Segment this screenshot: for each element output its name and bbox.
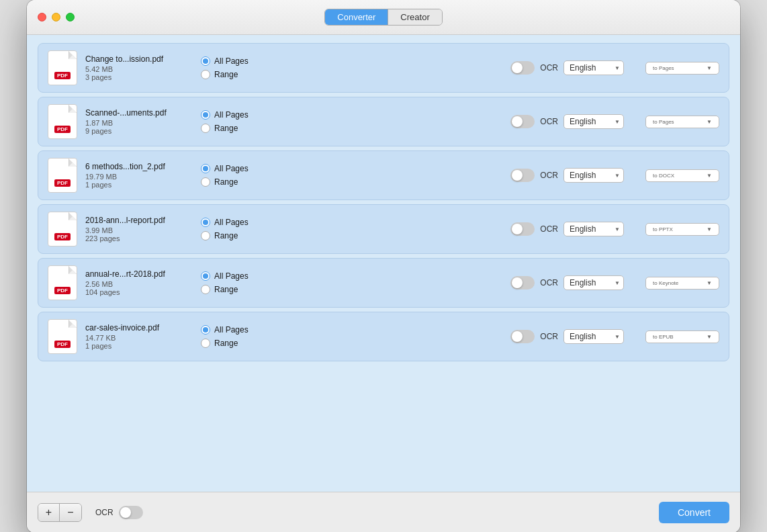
range-radio[interactable] bbox=[201, 339, 210, 348]
all-pages-radio[interactable] bbox=[201, 110, 210, 120]
ocr-section: OCR English French German Spanish Chines… bbox=[510, 275, 624, 290]
bottom-ocr-toggle[interactable] bbox=[119, 506, 143, 519]
language-select[interactable]: English French German Spanish Chinese Ja… bbox=[563, 275, 624, 290]
all-pages-radio[interactable] bbox=[201, 164, 210, 173]
ocr-toggle[interactable] bbox=[510, 330, 535, 343]
range-option[interactable]: Range bbox=[201, 70, 268, 79]
convert-to-wrapper: to DOCX ▼ bbox=[645, 169, 719, 182]
range-label: Range bbox=[214, 339, 238, 348]
pdf-icon: PDF bbox=[48, 319, 77, 354]
range-radio[interactable] bbox=[201, 231, 210, 240]
ocr-label: OCR bbox=[540, 117, 558, 126]
convert-to-arrow: ▼ bbox=[707, 226, 712, 232]
pdf-icon-fold bbox=[69, 159, 77, 167]
close-button[interactable] bbox=[38, 13, 46, 21]
ocr-toggle[interactable] bbox=[510, 61, 535, 75]
all-pages-option[interactable]: All Pages bbox=[201, 325, 268, 335]
language-select[interactable]: English French German Spanish Chinese Ja… bbox=[563, 114, 624, 129]
range-option[interactable]: Range bbox=[201, 231, 268, 240]
ocr-toggle[interactable] bbox=[510, 222, 535, 236]
convert-to-button[interactable]: to PPTX ▼ bbox=[645, 223, 719, 236]
pdf-text-label: PDF bbox=[54, 126, 71, 133]
file-pages: 104 pages bbox=[85, 288, 193, 296]
range-radio[interactable] bbox=[201, 70, 210, 79]
all-pages-option[interactable]: All Pages bbox=[201, 56, 268, 66]
ocr-knob bbox=[512, 224, 523, 234]
bottom-ocr-knob bbox=[120, 507, 131, 518]
convert-button[interactable]: Convert bbox=[659, 502, 729, 523]
ocr-knob bbox=[512, 331, 523, 342]
range-radio[interactable] bbox=[201, 177, 210, 187]
maximize-button[interactable] bbox=[66, 13, 75, 21]
bottom-ocr-section: OCR bbox=[95, 506, 143, 519]
file-name: Change to...ission.pdf bbox=[85, 54, 193, 64]
file-row: PDF 2018-ann...l-report.pdf 3.99 MB 223 … bbox=[38, 204, 729, 254]
convert-to-wrapper: to Pages ▼ bbox=[645, 116, 719, 128]
ocr-label: OCR bbox=[540, 278, 558, 287]
range-label: Range bbox=[214, 70, 238, 79]
bottom-bar: + − OCR Convert bbox=[27, 492, 740, 532]
language-wrapper: English French German Spanish Chinese Ja… bbox=[563, 168, 624, 183]
pdf-icon-body: PDF bbox=[48, 212, 77, 247]
file-pages: 9 pages bbox=[85, 127, 193, 135]
range-option[interactable]: Range bbox=[201, 124, 268, 133]
all-pages-radio[interactable] bbox=[201, 218, 210, 227]
range-radio[interactable] bbox=[201, 285, 210, 294]
pdf-text-label: PDF bbox=[54, 287, 71, 294]
tab-group: Converter Creator bbox=[324, 9, 442, 26]
all-pages-label: All Pages bbox=[214, 164, 249, 173]
bottom-ocr-label: OCR bbox=[95, 508, 114, 517]
range-option[interactable]: Range bbox=[201, 339, 268, 348]
all-pages-radio[interactable] bbox=[201, 56, 210, 66]
ocr-toggle[interactable] bbox=[510, 276, 535, 290]
convert-to-wrapper: to EPUB ▼ bbox=[645, 330, 719, 343]
language-select[interactable]: English French German Spanish Chinese Ja… bbox=[563, 168, 624, 183]
convert-to-wrapper: to PPTX ▼ bbox=[645, 223, 719, 236]
pdf-text-label: PDF bbox=[54, 341, 71, 348]
all-pages-label: All Pages bbox=[214, 218, 249, 227]
range-option[interactable]: Range bbox=[201, 285, 268, 294]
pdf-icon-fold bbox=[69, 320, 77, 328]
ocr-toggle[interactable] bbox=[510, 115, 535, 128]
minimize-button[interactable] bbox=[52, 13, 60, 21]
all-pages-option[interactable]: All Pages bbox=[201, 164, 268, 173]
all-pages-option[interactable]: All Pages bbox=[201, 271, 268, 281]
file-name: 6 methods...tion_2.pdf bbox=[85, 162, 193, 171]
range-radio[interactable] bbox=[201, 124, 210, 133]
convert-to-button[interactable]: to EPUB ▼ bbox=[645, 330, 719, 343]
convert-to-text: to Keynote bbox=[653, 280, 678, 286]
convert-to-button[interactable]: to Pages ▼ bbox=[645, 62, 719, 75]
language-select[interactable]: English French German Spanish Chinese Ja… bbox=[563, 222, 624, 236]
convert-to-button[interactable]: to DOCX ▼ bbox=[645, 169, 719, 182]
page-options: All Pages Range bbox=[201, 164, 268, 187]
add-file-button[interactable]: + bbox=[38, 504, 60, 521]
pdf-icon: PDF bbox=[48, 265, 77, 300]
all-pages-radio[interactable] bbox=[201, 325, 210, 335]
all-pages-radio[interactable] bbox=[201, 271, 210, 281]
tab-creator[interactable]: Creator bbox=[388, 9, 441, 25]
ocr-label: OCR bbox=[540, 63, 558, 73]
titlebar: Converter Creator bbox=[27, 0, 740, 35]
all-pages-option[interactable]: All Pages bbox=[201, 110, 268, 120]
file-name: car-sales-invoice.pdf bbox=[85, 323, 193, 332]
pdf-icon-body: PDF bbox=[48, 265, 77, 300]
file-row: PDF Scanned-...uments.pdf 1.87 MB 9 page… bbox=[38, 97, 729, 146]
language-select[interactable]: English French German Spanish Chinese Ja… bbox=[563, 329, 624, 344]
file-name: Scanned-...uments.pdf bbox=[85, 108, 193, 118]
ocr-section: OCR English French German Spanish Chines… bbox=[510, 114, 624, 129]
all-pages-option[interactable]: All Pages bbox=[201, 218, 268, 227]
pdf-icon-fold bbox=[69, 105, 77, 113]
convert-to-button[interactable]: to Keynote ▼ bbox=[645, 277, 719, 290]
range-option[interactable]: Range bbox=[201, 177, 268, 187]
language-wrapper: English French German Spanish Chinese Ja… bbox=[563, 275, 624, 290]
content-area: PDF Change to...ission.pdf 5.42 MB 3 pag… bbox=[27, 35, 740, 492]
pdf-text-label: PDF bbox=[54, 179, 71, 187]
file-row: PDF car-sales-invoice.pdf 14.77 KB 1 pag… bbox=[38, 312, 729, 361]
ocr-knob bbox=[512, 170, 523, 181]
language-select[interactable]: English French German Spanish Chinese Ja… bbox=[563, 60, 624, 75]
remove-file-button[interactable]: − bbox=[60, 504, 81, 521]
convert-to-button[interactable]: to Pages ▼ bbox=[645, 116, 719, 128]
ocr-toggle[interactable] bbox=[510, 169, 535, 182]
tab-converter[interactable]: Converter bbox=[325, 9, 388, 25]
file-row: PDF annual-re...rt-2018.pdf 2.56 MB 104 … bbox=[38, 258, 729, 308]
